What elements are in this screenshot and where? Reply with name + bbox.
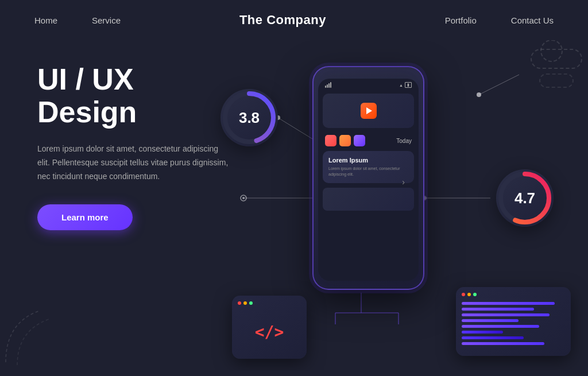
dot-red	[238, 301, 241, 305]
phone-statusbar: ▲ ▮	[318, 79, 419, 91]
donut-chart-38	[220, 89, 278, 146]
phone-dots-row: Today	[318, 130, 419, 149]
svg-point-3	[241, 195, 246, 201]
phone-card-title: Lorem Ipsum	[328, 157, 408, 164]
rating-card-47: 4.7	[496, 169, 554, 227]
color-dot-purple	[354, 135, 365, 146]
location-icon: ▲	[399, 83, 403, 87]
hero-title: UI / UX Design	[37, 63, 233, 129]
donut-chart-47	[496, 169, 554, 227]
dot-yellow	[243, 301, 247, 305]
cloud-shape-large	[531, 49, 582, 69]
learn-more-button[interactable]: Learn more	[37, 204, 133, 230]
color-dot-orange	[339, 135, 351, 146]
play-icon	[366, 107, 372, 114]
dot-red2	[462, 293, 465, 296]
phone-bottom-strip	[323, 188, 414, 211]
analytics-line-7	[462, 336, 524, 339]
today-label: Today	[396, 138, 412, 144]
analytics-line-8	[462, 342, 544, 345]
battery-icon: ▮	[405, 82, 412, 88]
cloud-shape-small	[539, 73, 574, 88]
analytics-line-1	[462, 302, 555, 305]
nav-link-portfolio[interactable]: Portfolio	[445, 15, 477, 25]
card-arrow-icon: ›	[402, 177, 405, 187]
nav-logo[interactable]: The Company	[239, 13, 326, 28]
nav-left: Home Service	[34, 15, 121, 25]
analytics-lines	[462, 302, 565, 345]
phone-mockup: ▲ ▮ Today	[312, 66, 424, 290]
svg-line-0	[278, 118, 315, 141]
nav-link-service[interactable]: Service	[92, 15, 121, 25]
phone-lorem-card: Lorem Ipsum Lorem ipsum dolor sit amet, …	[323, 151, 414, 183]
phone-screen: ▲ ▮ Today	[318, 79, 419, 281]
status-icons: ▲ ▮	[399, 82, 412, 88]
play-button[interactable]	[361, 103, 377, 119]
hero-section: UI / UX Design Lorem ipsum dolor sit ame…	[0, 40, 588, 370]
signal-icon	[325, 82, 331, 88]
svg-line-7	[479, 75, 519, 95]
svg-point-8	[477, 92, 481, 97]
hero-left: UI / UX Design Lorem ipsum dolor sit ame…	[0, 40, 233, 370]
analytics-line-5	[462, 325, 539, 328]
dot-green2	[473, 293, 477, 296]
nav-link-home[interactable]: Home	[34, 15, 57, 25]
analytics-line-6	[462, 331, 503, 334]
phone-video-card	[323, 94, 414, 128]
analytics-line-3	[462, 313, 550, 316]
color-dots	[325, 135, 365, 146]
code-card: </>	[232, 296, 307, 359]
code-icon: </>	[238, 311, 301, 353]
hero-right: 3.8 ▲ ▮	[186, 40, 588, 370]
phone-card-desc: Lorem ipsum dolor sit amet, consectetur …	[328, 166, 408, 177]
dot-green	[249, 301, 253, 305]
navbar: Home Service The Company Portfolio Conta…	[0, 0, 588, 40]
analytics-card-dots	[462, 293, 565, 296]
rating-card-38: 3.8	[220, 89, 278, 146]
nav-right: Portfolio Contact Us	[445, 15, 554, 25]
analytics-line-2	[462, 308, 534, 311]
cloud-decoration	[531, 49, 582, 88]
analytics-card	[456, 287, 571, 356]
nav-link-contact[interactable]: Contact Us	[511, 15, 554, 25]
dot-yellow2	[467, 293, 471, 296]
code-card-dots	[238, 301, 301, 305]
hero-description: Lorem ipsum dolor sit amet, consectetur …	[37, 142, 233, 183]
svg-point-4	[242, 197, 245, 199]
color-dot-red	[325, 135, 336, 146]
analytics-line-4	[462, 319, 519, 322]
